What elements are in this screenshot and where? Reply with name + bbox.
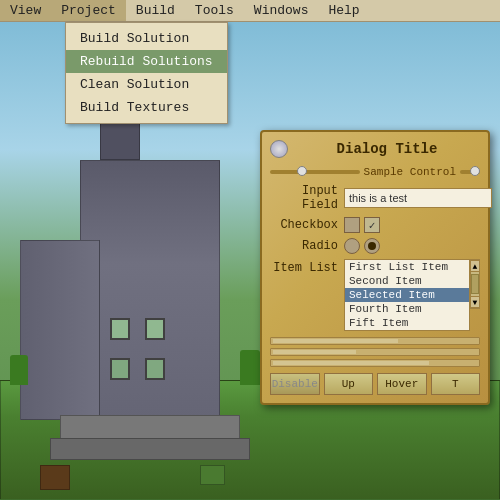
mini-slider-3[interactable] <box>270 359 480 367</box>
extra-button[interactable]: T <box>431 373 481 395</box>
dialog-icon <box>270 140 288 158</box>
dropdown-build-solution[interactable]: Build Solution <box>66 27 227 50</box>
tree-1 <box>240 350 260 385</box>
slider-track-right[interactable] <box>460 170 480 174</box>
mini-slider-1[interactable] <box>270 337 480 345</box>
bottom-sliders <box>270 337 480 367</box>
project-dropdown: Build Solution Rebuild Solutions Clean S… <box>65 22 228 124</box>
menu-help[interactable]: Help <box>318 0 369 21</box>
up-button[interactable]: Up <box>324 373 374 395</box>
dropdown-rebuild-solutions[interactable]: Rebuild Solutions <box>66 50 227 73</box>
checkbox-row: Checkbox ✓ <box>270 217 480 233</box>
menu-project[interactable]: Project <box>51 0 126 21</box>
list-item-4[interactable]: Fourth Item <box>345 302 469 316</box>
dropdown-clean-solution[interactable]: Clean Solution <box>66 73 227 96</box>
ground-2 <box>200 465 225 485</box>
list-row: Item List First List Item Second Item Se… <box>270 259 480 331</box>
slider-thumb[interactable] <box>297 166 307 176</box>
building-base <box>60 415 240 440</box>
input-field[interactable] <box>344 188 492 208</box>
mini-slider-1-fill <box>273 339 398 343</box>
ground-1 <box>40 465 70 490</box>
radio-row: Radio <box>270 238 480 254</box>
checkbox-unchecked[interactable] <box>344 217 360 233</box>
scrollbar-thumb[interactable] <box>471 274 479 294</box>
input-field-row: Input Field <box>270 184 480 212</box>
menubar: View Project Build Tools Windows Help <box>0 0 500 22</box>
mini-slider-3-fill <box>273 361 429 365</box>
scrollbar-down-button[interactable]: ▼ <box>470 296 480 308</box>
list-container: First List Item Second Item Selected Ite… <box>344 259 480 331</box>
radio-group <box>344 238 380 254</box>
list-item-2[interactable]: Second Item <box>345 274 469 288</box>
list-scrollbar: ▲ ▼ <box>470 259 480 309</box>
building-base2 <box>50 438 250 460</box>
checkbox-label: Checkbox <box>270 218 338 232</box>
radio-selected[interactable] <box>364 238 380 254</box>
dialog-titlebar: Dialog Title <box>270 140 480 158</box>
mini-slider-2-fill <box>273 350 356 354</box>
input-label: Input Field <box>270 184 338 212</box>
sample-control-label: Sample Control <box>364 166 456 178</box>
window-2 <box>145 318 165 340</box>
radio-unselected[interactable] <box>344 238 360 254</box>
list-label: Item List <box>270 261 338 275</box>
menu-tools[interactable]: Tools <box>185 0 244 21</box>
window-1 <box>110 318 130 340</box>
slider-thumb-right[interactable] <box>470 166 480 176</box>
list-item-1[interactable]: First List Item <box>345 260 469 274</box>
sample-control-row: Sample Control <box>270 166 480 178</box>
menu-build[interactable]: Build <box>126 0 185 21</box>
dropdown-build-textures[interactable]: Build Textures <box>66 96 227 119</box>
list-item-5[interactable]: Fift Item <box>345 316 469 330</box>
dialog-buttons: Disable Up Hover T <box>270 373 480 395</box>
hover-button[interactable]: Hover <box>377 373 427 395</box>
disable-button[interactable]: Disable <box>270 373 320 395</box>
menu-view[interactable]: View <box>0 0 51 21</box>
building-main <box>80 160 220 420</box>
tree-2 <box>10 355 28 385</box>
slider-track[interactable] <box>270 170 360 174</box>
checkbox-group: ✓ <box>344 217 380 233</box>
mini-slider-2[interactable] <box>270 348 480 356</box>
list-item-3-selected[interactable]: Selected Item <box>345 288 469 302</box>
menu-windows[interactable]: Windows <box>244 0 319 21</box>
dialog-title: Dialog Title <box>294 141 480 157</box>
checkbox-checked[interactable]: ✓ <box>364 217 380 233</box>
building-left <box>20 240 100 420</box>
scrollbar-up-button[interactable]: ▲ <box>470 260 480 272</box>
list-box[interactable]: First List Item Second Item Selected Ite… <box>344 259 470 331</box>
window-3 <box>110 358 130 380</box>
dialog-panel: Dialog Title Sample Control Input Field … <box>260 130 490 405</box>
window-4 <box>145 358 165 380</box>
radio-label: Radio <box>270 239 338 253</box>
